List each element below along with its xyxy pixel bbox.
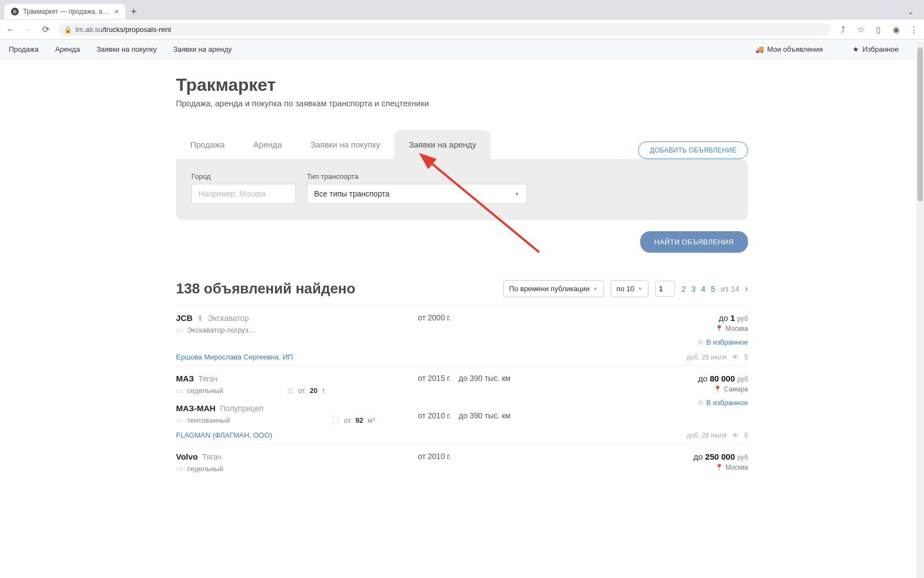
search-button[interactable]: НАЙТИ ОБЪЯВЛЕНИЯ bbox=[640, 231, 748, 253]
filter-panel: Город Тип транспорта Все типы транспорта… bbox=[176, 159, 748, 220]
tab-buy-requests[interactable]: Заявки на покупку bbox=[296, 130, 394, 159]
lock-icon: 🔒 bbox=[64, 26, 72, 34]
city-label: Город bbox=[191, 172, 296, 181]
favorite-button[interactable]: ☆В избранное bbox=[627, 338, 748, 346]
tab-sale[interactable]: Продажа bbox=[176, 130, 239, 159]
nav-rent[interactable]: Аренда bbox=[55, 45, 80, 53]
listing-item[interactable]: JCB ⬆ Экскаватор ▭ Экскаватор-погруз… от… bbox=[176, 305, 748, 366]
page-of: из 14 bbox=[721, 285, 739, 293]
chevron-down-icon[interactable]: ⌄ bbox=[908, 7, 914, 16]
panel-icon[interactable]: ▯ bbox=[873, 25, 883, 35]
listing-type: Тягач bbox=[199, 374, 218, 383]
page-link[interactable]: 5 bbox=[711, 285, 716, 293]
tab-title: Тракмаркет — продажа, арен… bbox=[23, 8, 110, 15]
page-title: Тракмаркет bbox=[176, 75, 748, 95]
weight-icon: ⚖ bbox=[287, 386, 294, 395]
type-label: Тип транспорта bbox=[307, 172, 527, 181]
nav-sale[interactable]: Продажа bbox=[9, 45, 38, 53]
browser-chrome: ⊛ Тракмаркет — продажа, арен… × + ⌄ ← → … bbox=[0, 0, 924, 40]
city-input[interactable] bbox=[191, 184, 296, 204]
truck-icon: ▭ bbox=[176, 416, 183, 424]
type-value: Все типы транспорта bbox=[314, 189, 389, 198]
next-page-button[interactable]: › bbox=[745, 283, 748, 295]
results-count: 138 объявлений найдено bbox=[176, 280, 497, 297]
listing-subtype: седельный bbox=[187, 386, 223, 395]
listing-item[interactable]: МАЗ Тягач ▭ седельный ⚖ от 20 т МАЗ-МАН … bbox=[176, 366, 748, 444]
listing-km: до 390 тыс. км bbox=[459, 411, 510, 420]
added-date: доб. 28 июля bbox=[686, 432, 727, 439]
favorites-link[interactable]: ★Избранное bbox=[853, 45, 899, 53]
sort-select[interactable]: По времени публикации▼ bbox=[503, 280, 604, 297]
chevron-down-icon: ▼ bbox=[514, 191, 520, 197]
tab-rent[interactable]: Аренда bbox=[239, 130, 296, 159]
nav-buy-requests[interactable]: Заявки на покупку bbox=[96, 45, 157, 53]
listing-year: от 2010 г. bbox=[418, 411, 451, 420]
chevron-down-icon: ▼ bbox=[593, 286, 598, 292]
eye-icon: 👁 bbox=[732, 353, 739, 361]
toolbar-icons: ⤴ ☆ ▯ ◉ ⋮ bbox=[838, 25, 919, 35]
tab-rent-requests[interactable]: Заявки на аренду bbox=[394, 130, 491, 159]
scrollbar[interactable] bbox=[916, 42, 924, 499]
per-page-select[interactable]: по 10▼ bbox=[610, 280, 648, 297]
listing-item[interactable]: Volvo Тягач ▭ седельный от 2010 г. до 25… bbox=[176, 444, 748, 477]
add-listing-button[interactable]: ДОБАВИТЬ ОБЪЯВЛЕНИЕ bbox=[638, 141, 748, 159]
new-tab-button[interactable]: + bbox=[131, 6, 137, 18]
star-outline-icon: ☆ bbox=[697, 399, 704, 407]
url-host: tm.ati.su bbox=[75, 25, 102, 34]
type-select[interactable]: Все типы транспорта ▼ bbox=[307, 184, 527, 204]
favorite-button[interactable]: ☆В избранное bbox=[627, 399, 748, 407]
close-icon[interactable]: × bbox=[114, 7, 119, 16]
page-link[interactable]: 4 bbox=[701, 285, 706, 293]
listing-year: от 2015 г. bbox=[418, 374, 451, 383]
seller-link[interactable]: FLAGMAN (ФЛАГМАН, ООО) bbox=[176, 431, 418, 439]
scrollbar-thumb[interactable] bbox=[917, 47, 923, 201]
truck-icon: ▭ bbox=[176, 386, 183, 395]
page-link[interactable]: 3 bbox=[691, 285, 696, 293]
listing-year: от 2010 г. bbox=[418, 452, 451, 461]
share-icon[interactable]: ⤴ bbox=[838, 25, 848, 34]
views-count: 6 bbox=[744, 432, 748, 439]
my-ads-link[interactable]: 🚚Мои объявления bbox=[755, 45, 823, 53]
listing-year: от 2000 г. bbox=[418, 313, 451, 322]
profile-icon[interactable]: ◉ bbox=[891, 25, 901, 35]
favicon-icon: ⊛ bbox=[11, 8, 19, 15]
seller-link[interactable]: Ершова Мирослава Сергеевна, ИП bbox=[176, 353, 418, 361]
url-bar[interactable]: 🔒 tm.ati.su/trucks/proposals-rent bbox=[58, 23, 831, 36]
url-path: /trucks/proposals-rent bbox=[102, 25, 171, 34]
nav-rent-requests[interactable]: Заявки на аренду bbox=[173, 45, 232, 53]
page-content: Тракмаркет Продажа, аренда и покупка по … bbox=[160, 59, 765, 499]
page-subtitle: Продажа, аренда и покупка по заявкам тра… bbox=[176, 99, 748, 108]
volume-icon: ⛶ bbox=[332, 416, 339, 424]
chevron-down-icon: ▼ bbox=[637, 286, 642, 292]
views-count: 5 bbox=[744, 353, 748, 361]
menu-icon[interactable]: ⋮ bbox=[909, 25, 919, 35]
upload-icon: ⬆ bbox=[197, 314, 204, 323]
site-nav: Продажа Аренда Заявки на покупку Заявки … bbox=[0, 40, 924, 59]
listing-subtype: тентованный bbox=[187, 416, 230, 424]
browser-tab[interactable]: ⊛ Тракмаркет — продажа, арен… × bbox=[4, 4, 125, 19]
truck-icon: 🚚 bbox=[755, 45, 764, 53]
listing-brand: МАЗ-МАН bbox=[176, 403, 216, 413]
listing-type: Полуприцеп bbox=[220, 404, 263, 413]
bookmark-icon[interactable]: ☆ bbox=[856, 25, 866, 35]
back-button[interactable]: ← bbox=[6, 25, 15, 35]
pin-icon: 📍 bbox=[715, 464, 723, 471]
star-icon: ★ bbox=[853, 45, 859, 53]
reload-button[interactable]: ⟳ bbox=[41, 24, 51, 35]
address-bar: ← → ⟳ 🔒 tm.ati.su/trucks/proposals-rent … bbox=[0, 20, 924, 40]
pin-icon: 📍 bbox=[715, 325, 723, 332]
pin-icon: 📍 bbox=[713, 385, 722, 393]
listing-subtype: седельный bbox=[187, 465, 223, 473]
page-link[interactable]: 2 bbox=[681, 285, 686, 293]
listing-brand: JCB bbox=[176, 313, 193, 323]
page-input[interactable] bbox=[655, 281, 675, 297]
added-date: доб. 26 июля bbox=[686, 353, 727, 361]
results-bar: 138 объявлений найдено По времени публик… bbox=[176, 280, 748, 297]
listings: JCB ⬆ Экскаватор ▭ Экскаватор-погруз… от… bbox=[176, 305, 748, 477]
truck-icon: ▭ bbox=[176, 465, 183, 473]
forward-button[interactable]: → bbox=[23, 25, 33, 35]
listing-km: до 390 тыс. км bbox=[459, 374, 510, 383]
listing-brand: Volvo bbox=[176, 452, 198, 461]
pagination: 2 3 4 5 из 14 › bbox=[681, 283, 748, 295]
listing-type: Экскаватор bbox=[208, 314, 249, 323]
